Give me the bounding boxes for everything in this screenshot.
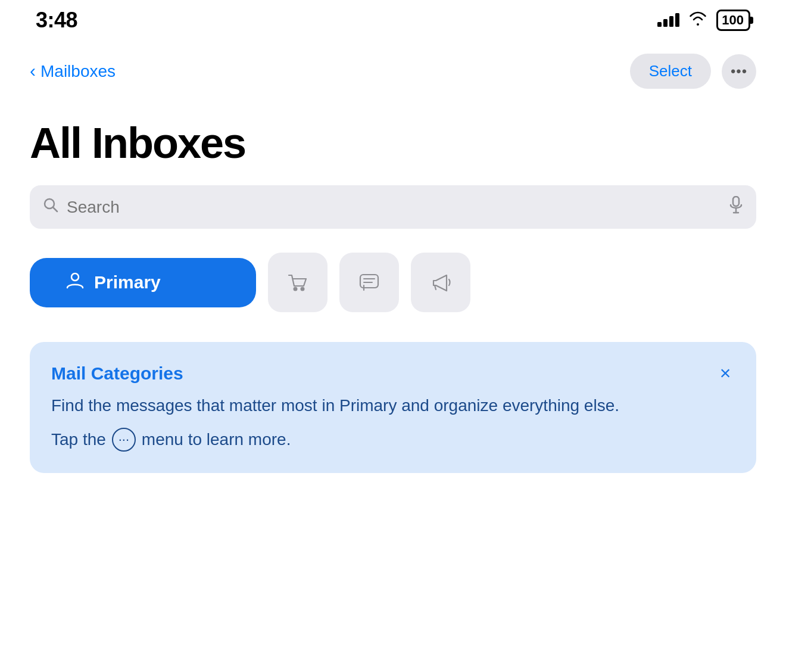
cart-icon xyxy=(286,270,310,294)
signal-bar-4 xyxy=(675,13,679,27)
tab-promotions[interactable] xyxy=(411,253,470,312)
status-bar: 3:48 100 xyxy=(0,0,786,36)
category-tabs: Primary xyxy=(0,241,786,330)
svg-rect-8 xyxy=(360,275,378,288)
message-icon xyxy=(357,270,381,294)
svg-point-6 xyxy=(294,288,297,291)
wifi-icon xyxy=(688,10,708,31)
info-card-close-button[interactable]: × xyxy=(712,360,738,386)
tab-shopping[interactable] xyxy=(268,253,328,312)
info-card-title: Mail Categories xyxy=(51,363,735,384)
tab-message[interactable] xyxy=(339,253,399,312)
mail-categories-card: Mail Categories × Find the messages that… xyxy=(30,342,756,473)
back-label: Mailboxes xyxy=(40,62,116,81)
search-container xyxy=(0,179,786,241)
footer-prefix: Tap the xyxy=(51,430,106,449)
svg-point-7 xyxy=(301,288,304,291)
search-bar xyxy=(30,185,756,229)
select-button[interactable]: Select xyxy=(630,54,711,89)
close-icon: × xyxy=(720,362,731,384)
menu-dots-icon: ··· xyxy=(112,428,136,452)
more-button[interactable]: ••• xyxy=(722,54,756,89)
svg-rect-2 xyxy=(733,197,739,206)
svg-point-5 xyxy=(71,273,79,281)
signal-bar-3 xyxy=(669,16,673,27)
more-dots-icon: ••• xyxy=(731,63,747,80)
nav-bar: ‹ Mailboxes Select ••• xyxy=(0,42,786,101)
chevron-left-icon: ‹ xyxy=(30,61,36,81)
page-title-section: All Inboxes xyxy=(0,101,786,179)
tab-primary-label: Primary xyxy=(94,272,161,293)
nav-actions: Select ••• xyxy=(630,54,756,89)
signal-bar-1 xyxy=(657,22,662,27)
info-card-footer: Tap the ··· menu to learn more. xyxy=(51,428,735,452)
status-time: 3:48 xyxy=(36,8,77,33)
signal-bar-2 xyxy=(663,19,668,27)
battery-level: 100 xyxy=(722,13,744,28)
svg-line-1 xyxy=(53,207,57,211)
microphone-icon[interactable] xyxy=(729,196,743,218)
status-icons: 100 xyxy=(657,10,750,31)
tab-primary[interactable]: Primary xyxy=(30,258,256,307)
search-icon xyxy=(43,197,58,217)
info-card-body: Find the messages that matter most in Pr… xyxy=(51,393,735,418)
megaphone-icon xyxy=(429,270,453,294)
back-button[interactable]: ‹ Mailboxes xyxy=(30,62,116,81)
signal-icon xyxy=(657,14,679,27)
search-input[interactable] xyxy=(67,198,720,217)
page-title: All Inboxes xyxy=(30,119,756,167)
person-icon xyxy=(66,271,85,294)
battery-icon: 100 xyxy=(716,10,750,31)
footer-suffix: menu to learn more. xyxy=(142,430,291,449)
